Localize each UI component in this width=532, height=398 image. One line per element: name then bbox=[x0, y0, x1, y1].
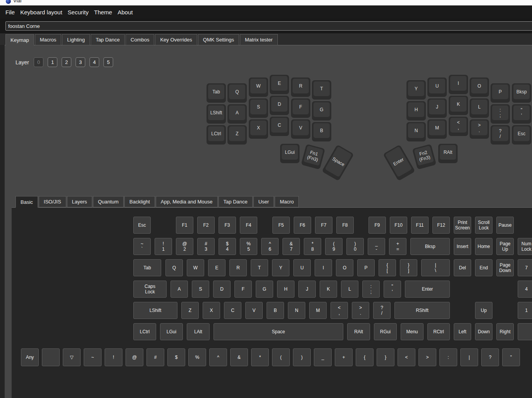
keymap-key[interactable]: R bbox=[291, 78, 310, 97]
tab-macros[interactable]: Macros bbox=[35, 34, 62, 45]
layer-button-0[interactable]: 0 bbox=[34, 57, 43, 67]
picker-key[interactable]: F2 bbox=[197, 217, 215, 234]
keymap-key[interactable]: LCtrl bbox=[207, 125, 226, 145]
picker-key[interactable]: RAlt bbox=[347, 323, 370, 340]
keymap-key[interactable]: Z bbox=[227, 125, 247, 145]
picker-key[interactable] bbox=[42, 348, 60, 366]
picker-key[interactable]: !1 bbox=[155, 238, 172, 255]
picker-key[interactable]: $ bbox=[167, 348, 185, 366]
picker-key[interactable]: |\ bbox=[421, 259, 450, 276]
picker-key[interactable]: (9 bbox=[325, 238, 343, 255]
picker-key[interactable]: % bbox=[188, 348, 206, 366]
picker-key[interactable]: S bbox=[192, 281, 209, 298]
picker-key[interactable]: F12 bbox=[432, 217, 450, 234]
picker-key[interactable]: # bbox=[146, 348, 164, 366]
picker-key[interactable]: End bbox=[475, 259, 492, 276]
tab-matrix-tester[interactable]: Matrix tester bbox=[240, 34, 278, 45]
picker-key[interactable]: T bbox=[251, 259, 268, 276]
layer-button-1[interactable]: 1 bbox=[48, 57, 57, 67]
picker-key[interactable]: ScrollLock bbox=[475, 217, 492, 234]
picker-key[interactable]: V bbox=[245, 302, 263, 319]
picker-key[interactable]: G bbox=[256, 281, 273, 298]
picker-key[interactable]: 7 bbox=[518, 259, 532, 276]
picker-key[interactable]: X bbox=[203, 302, 220, 319]
picker-key[interactable]: { bbox=[356, 348, 374, 366]
keymap-key[interactable]: Esc bbox=[512, 125, 531, 145]
keymap-key[interactable]: Bksp bbox=[512, 83, 531, 103]
picker-key[interactable]: ▽ bbox=[63, 348, 81, 366]
picker-key[interactable]: ?/ bbox=[373, 302, 391, 319]
picker-key[interactable]: 4 bbox=[518, 281, 532, 298]
picker-key[interactable]: CapsLock bbox=[133, 281, 167, 298]
picker-key[interactable]: ? bbox=[481, 348, 499, 366]
picker-key[interactable]: Down bbox=[475, 323, 492, 340]
picker-tab-layers[interactable]: Layers bbox=[67, 196, 92, 207]
layer-button-4[interactable]: 4 bbox=[90, 57, 99, 67]
device-selector[interactable]: foostan Corne bbox=[5, 21, 532, 31]
picker-key[interactable]: F8 bbox=[336, 217, 354, 234]
picker-key[interactable]: PageUp bbox=[496, 238, 514, 255]
picker-key[interactable]: NumLock bbox=[518, 238, 532, 255]
picker-key[interactable]: ^ bbox=[209, 348, 227, 366]
picker-key[interactable]: Bksp bbox=[410, 238, 450, 255]
picker-key[interactable]: U bbox=[293, 259, 311, 276]
picker-key[interactable]: 1 bbox=[518, 302, 532, 319]
picker-key[interactable]: LCtrl bbox=[133, 323, 156, 340]
picker-key[interactable]: | bbox=[460, 348, 478, 366]
picker-key[interactable] bbox=[518, 323, 532, 340]
picker-key[interactable]: )0 bbox=[346, 238, 364, 255]
keymap-key[interactable]: M bbox=[427, 119, 447, 139]
picker-key[interactable]: Y bbox=[272, 259, 289, 276]
picker-tab-tap-dance[interactable]: Tap Dance bbox=[219, 196, 253, 207]
picker-key[interactable]: LShift bbox=[133, 302, 177, 319]
picker-key[interactable]: <, bbox=[331, 302, 348, 319]
layer-button-2[interactable]: 2 bbox=[62, 57, 71, 67]
picker-key[interactable]: N bbox=[288, 302, 305, 319]
picker-key[interactable]: F6 bbox=[294, 217, 311, 234]
keymap-key[interactable]: E bbox=[270, 75, 289, 94]
tab-combos[interactable]: Combos bbox=[126, 34, 154, 45]
menu-keyboard-layout[interactable]: Keyboard layout bbox=[20, 9, 62, 16]
keymap-key[interactable]: RAlt bbox=[438, 144, 458, 163]
keymap-key[interactable]: S bbox=[249, 98, 268, 118]
picker-key[interactable]: Space bbox=[213, 323, 343, 340]
picker-key[interactable]: Up bbox=[475, 302, 492, 319]
picker-key[interactable]: : bbox=[439, 348, 457, 366]
keymap-key[interactable]: :; bbox=[491, 104, 510, 124]
menu-about[interactable]: About bbox=[117, 9, 133, 16]
picker-key[interactable]: F5 bbox=[272, 217, 290, 234]
menu-theme[interactable]: Theme bbox=[94, 9, 112, 16]
picker-key[interactable]: RShift bbox=[394, 302, 450, 319]
picker-key[interactable]: F4 bbox=[240, 217, 257, 234]
keymap-key[interactable]: T bbox=[312, 80, 331, 100]
keymap-key[interactable]: Y bbox=[406, 80, 426, 100]
picker-tab-backlight[interactable]: Backlight bbox=[124, 196, 155, 207]
keymap-key[interactable]: F bbox=[291, 98, 310, 118]
keymap-key[interactable]: U bbox=[427, 78, 447, 97]
picker-key[interactable]: Insert bbox=[454, 238, 471, 255]
keymap-key[interactable]: X bbox=[249, 119, 268, 139]
keymap-key[interactable]: J bbox=[427, 98, 447, 118]
menu-file[interactable]: File bbox=[5, 9, 15, 16]
picker-key[interactable]: < bbox=[398, 348, 415, 366]
picker-key[interactable]: PrintScreen bbox=[454, 217, 471, 234]
picker-key[interactable]: :; bbox=[362, 281, 380, 298]
picker-key[interactable]: Esc bbox=[133, 217, 151, 234]
keymap-key[interactable]: O bbox=[470, 78, 489, 97]
keymap-key[interactable]: C bbox=[270, 117, 289, 136]
picker-key[interactable]: LGui bbox=[160, 323, 183, 340]
picker-key[interactable]: Any bbox=[21, 348, 39, 366]
picker-key[interactable]: F bbox=[234, 281, 252, 298]
picker-key[interactable]: H bbox=[277, 281, 294, 298]
picker-key[interactable]: D bbox=[213, 281, 231, 298]
picker-key[interactable]: P bbox=[357, 259, 375, 276]
picker-key[interactable]: F9 bbox=[368, 217, 386, 234]
layer-button-5[interactable]: 5 bbox=[103, 57, 113, 67]
picker-key[interactable]: ^6 bbox=[261, 238, 279, 255]
picker-key[interactable]: W bbox=[187, 259, 204, 276]
tab-tap-dance[interactable]: Tap Dance bbox=[91, 34, 125, 45]
picker-key[interactable]: ( bbox=[272, 348, 290, 366]
keymap-key[interactable]: G bbox=[312, 101, 331, 121]
picker-key[interactable]: PageDown bbox=[496, 259, 514, 276]
picker-key[interactable]: F10 bbox=[390, 217, 407, 234]
